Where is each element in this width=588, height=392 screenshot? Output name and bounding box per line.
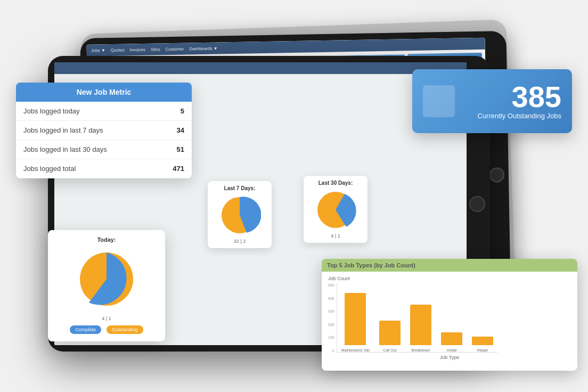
metric-value-total: 471: [154, 159, 192, 178]
bar-repair-rect: [472, 337, 493, 345]
pie-30days-chart: [314, 189, 357, 231]
back-nav-jobs: Jobs ▼: [91, 48, 105, 53]
metric-label-total: Jobs logged total: [16, 159, 154, 178]
back-nav-sites: Sites: [151, 47, 160, 52]
new-job-metric-panel: New Job Metric Jobs logged today 5 Jobs …: [16, 83, 192, 178]
metric-label-today: Jobs logged today: [16, 102, 154, 121]
y-tick-400: 400: [328, 297, 334, 300]
y-tick-200: 200: [328, 323, 334, 326]
metric-value-30days: 51: [154, 140, 192, 159]
bar-maintenance: Maintenance Job: [341, 293, 370, 352]
bars-area: Maintenance Job Call Out Breakdown Insta…: [337, 283, 497, 353]
pie-today-chart: [75, 247, 138, 311]
bar-chart-panel: Top 5 Job Types (by Job Count) Job Count…: [322, 259, 577, 371]
bar-install: Install: [441, 332, 462, 352]
pie-7days-chart: [218, 194, 261, 236]
metric-row-today: Jobs logged today 5: [16, 102, 192, 121]
bar-breakdown-label: Breakdown: [412, 348, 430, 352]
bar-repair-label: Repair: [477, 348, 488, 352]
outstanding-jobs-panel: 385 Currently Outstanding Jobs: [412, 69, 572, 133]
metric-row-30days: Jobs logged in last 30 days 51: [16, 140, 192, 159]
bar-repair: Repair: [472, 337, 493, 352]
pie-30days-values: 4 | 1: [308, 233, 363, 239]
outstanding-number: 385: [477, 82, 561, 112]
metric-row-total: Jobs logged total 471: [16, 159, 192, 178]
back-nav-dashboards: Dashboards ▼: [189, 46, 217, 51]
front-tablet-home-btn: [469, 196, 485, 212]
bar-chart-x-label: Job Type: [328, 355, 571, 360]
bar-install-rect: [441, 332, 462, 345]
new-job-metric-title: New Job Metric: [16, 83, 192, 102]
bar-maintenance-label: Maintenance Job: [341, 348, 370, 352]
metric-value-today: 5: [154, 102, 192, 121]
bar-breakdown: Breakdown: [410, 305, 431, 352]
back-nav-quotes: Quotes: [111, 47, 125, 52]
y-tick-0: 0: [332, 349, 334, 353]
pie-7days-title: Last 7 Days:: [212, 185, 267, 191]
metric-label-30days: Jobs logged in last 30 days: [16, 140, 154, 159]
bar-callout-rect: [379, 321, 401, 345]
metric-label-7days: Jobs logged in last 7 days: [16, 121, 154, 140]
bar-maintenance-rect: [345, 293, 366, 345]
bar-chart-title: Top 5 Job Types (by Job Count): [322, 259, 577, 272]
pie-today-title: Today:: [54, 236, 159, 243]
pie-7days-panel: Last 7 Days: 32 | 2: [208, 181, 272, 248]
pie-today-panel: Today: 4 | 1 Complete Outstanding: [48, 230, 165, 341]
bar-install-label: Install: [447, 348, 456, 352]
y-tick-500: 500: [328, 283, 334, 287]
pie-30days-title: Last 30 Days:: [308, 180, 363, 186]
pie-30days-panel: Last 30 Days: 4 | 1: [304, 176, 368, 243]
y-tick-100: 100: [328, 336, 334, 339]
metric-value-7days: 34: [154, 121, 192, 140]
y-tick-300: 300: [328, 309, 334, 313]
pie-7days-values: 32 | 2: [212, 239, 267, 244]
outstanding-label: Currently Outstanding Jobs: [477, 112, 561, 121]
pie-today-values: 4 | 1: [54, 316, 159, 321]
pie-complete-legend: Complete: [70, 325, 101, 334]
bar-callout: Call Out: [379, 321, 401, 352]
outstanding-icon: [423, 85, 455, 117]
metric-row-7days: Jobs logged in last 7 days 34: [16, 121, 192, 140]
pie-outstanding-legend: Outstanding: [107, 325, 143, 334]
back-nav-invoices: Invoices: [130, 47, 146, 52]
back-tablet-home-btn: [489, 167, 504, 182]
back-nav-customer: Customer: [166, 46, 184, 52]
bar-callout-label: Call Out: [383, 348, 396, 352]
bar-chart-y-label: Job Count: [328, 276, 571, 281]
bar-breakdown-rect: [410, 305, 431, 345]
